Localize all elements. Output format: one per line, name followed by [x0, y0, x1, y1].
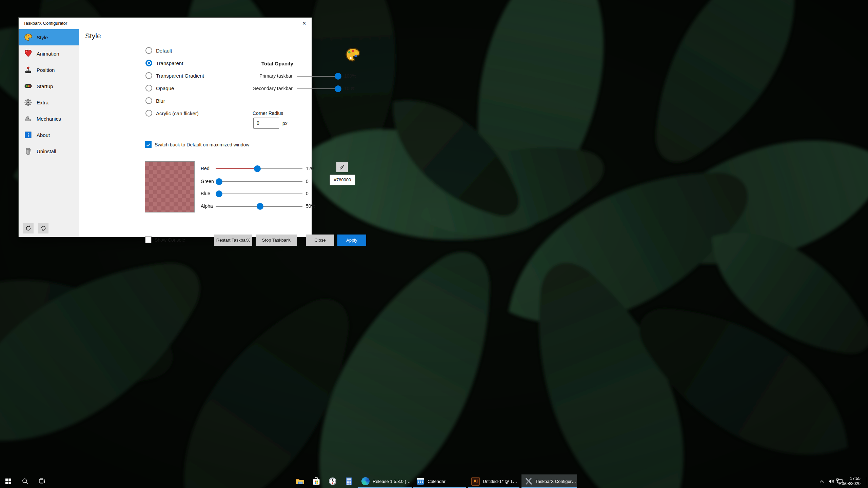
sidebar-item-about[interactable]: About — [19, 127, 79, 143]
start-button[interactable] — [1, 474, 16, 488]
heart-icon — [24, 49, 32, 58]
sidebar-item-startup[interactable]: Startup — [19, 78, 79, 94]
taskbar-app-label: Calendar — [428, 479, 446, 484]
green-slider[interactable] — [216, 181, 302, 182]
checkbox-label: Switch back to Default on maximized wind… — [155, 142, 249, 147]
window-titlebar[interactable]: TaskbarX Configurator ✕ — [19, 18, 312, 29]
opacity-slider-primary[interactable] — [297, 76, 340, 77]
checkbox-checked[interactable] — [145, 141, 152, 148]
joystick-icon — [24, 66, 32, 74]
slider-thumb[interactable] — [216, 178, 222, 185]
search-icon — [22, 478, 28, 484]
task-view-icon — [39, 478, 45, 484]
slider-thumb[interactable] — [216, 190, 222, 197]
refresh-button[interactable] — [38, 223, 48, 233]
calculator-icon — [346, 477, 352, 485]
speaker-icon — [828, 479, 834, 484]
sidebar-item-animation[interactable]: Animation — [19, 45, 79, 62]
slider-thumb[interactable] — [335, 85, 341, 92]
file-explorer-button[interactable] — [292, 474, 308, 488]
blue-slider[interactable] — [216, 194, 302, 194]
radio-transparent[interactable]: Transparent — [145, 60, 183, 66]
sidebar-item-uninstall[interactable]: Uninstall — [19, 143, 79, 159]
checkbox-unchecked[interactable] — [145, 237, 152, 243]
radio-circle[interactable] — [145, 110, 152, 117]
radio-label: Acrylic (can flicker) — [156, 110, 199, 116]
microsoft-store-button[interactable] — [308, 474, 324, 488]
microsoft-store-icon — [313, 477, 320, 485]
clock-tray[interactable]: 17:55 23/08/2020 — [837, 474, 861, 488]
taskbar-app-edge-release[interactable]: Release 1.5.8.0 (Pre... — [358, 474, 412, 488]
opacity-slider-secondary[interactable] — [297, 88, 340, 89]
checkmark-icon — [146, 143, 151, 147]
window-close-button[interactable]: ✕ — [297, 18, 312, 29]
tray-chevron-button[interactable] — [817, 474, 827, 488]
sidebar-item-style[interactable]: Style — [19, 29, 79, 45]
info-icon — [24, 131, 32, 139]
close-button[interactable]: Close — [306, 235, 334, 246]
hex-color-input[interactable]: #780000 — [330, 175, 355, 185]
blue-slider-row: Blue 0 — [79, 190, 316, 198]
corner-radius-label: Corner Radius — [253, 110, 283, 116]
red-slider[interactable] — [216, 168, 302, 169]
alpha-slider-row: Alpha 50% — [79, 203, 316, 210]
switch-default-maximized-row[interactable]: Switch back to Default on maximized wind… — [145, 141, 249, 148]
stop-taskbarx-button[interactable]: Stop TaskbarX — [256, 235, 297, 246]
slider-value: 0 — [306, 179, 309, 184]
calculator-button[interactable] — [341, 474, 357, 488]
tray-date: 23/08/2020 — [837, 481, 861, 486]
green-slider-row: Green 0 — [79, 178, 316, 185]
sidebar-item-mechanics[interactable]: Mechanics — [19, 110, 79, 127]
sidebar-item-label: About — [37, 132, 50, 138]
task-view-button[interactable] — [35, 474, 50, 488]
slider-label: Red — [201, 166, 210, 171]
restart-taskbarx-button[interactable]: Restart TaskbarX — [214, 235, 252, 246]
slider-thumb[interactable] — [254, 165, 261, 172]
slider-value: 0 — [306, 191, 309, 196]
sidebar-item-label: Animation — [37, 51, 59, 57]
sidebar-item-position[interactable]: Position — [19, 62, 79, 78]
slider-label: Blue — [201, 191, 210, 196]
apply-button[interactable]: Apply — [337, 235, 366, 246]
corner-radius-unit: px — [282, 121, 288, 126]
slider-thumb[interactable] — [335, 73, 341, 80]
eyedropper-button[interactable] — [336, 162, 348, 172]
taskbar-app-calendar[interactable]: Calendar — [413, 474, 466, 488]
taskbar-app-illustrator[interactable]: Ai Untitled-1* @ 16,67... — [468, 474, 519, 488]
sidebar-item-label: Extra — [37, 100, 48, 105]
taskbarx-icon — [525, 477, 532, 485]
radio-label: Blur — [156, 98, 165, 104]
trash-icon — [24, 147, 32, 155]
radio-blur[interactable]: Blur — [145, 97, 165, 104]
alarms-clock-button[interactable] — [324, 474, 341, 488]
corner-radius-input[interactable]: 0 — [253, 118, 279, 129]
taskbar-app-label: TaskbarX Configura... — [535, 479, 577, 484]
alpha-slider[interactable] — [216, 206, 302, 207]
radio-circle-selected[interactable] — [145, 60, 152, 66]
radio-default[interactable]: Default — [145, 47, 172, 54]
radio-label: Default — [156, 48, 172, 54]
show-console-row[interactable]: Show Console — [145, 237, 185, 243]
total-opacity-heading: Total Opacity — [221, 61, 333, 66]
radio-acrylic[interactable]: Acrylic (can flicker) — [145, 110, 199, 117]
slider-value: 120 — [306, 166, 314, 171]
taskbar-app-taskbarx[interactable]: TaskbarX Configura... — [521, 474, 577, 488]
red-slider-row: Red 120 — [79, 165, 316, 172]
page-title: Style — [85, 32, 101, 40]
radio-circle[interactable] — [145, 47, 152, 54]
traffic-light-icon — [24, 82, 32, 90]
sidebar-item-label: Style — [37, 35, 48, 40]
taskbarx-configurator-window: TaskbarX Configurator ✕ Style Animation — [18, 17, 312, 237]
slider-thumb[interactable] — [257, 203, 263, 210]
palette-icon — [24, 33, 32, 41]
search-button[interactable] — [18, 474, 33, 488]
slider-label: Primary taskbar — [208, 73, 293, 79]
taskbar-app-label: Release 1.5.8.0 (Pre... — [373, 479, 412, 484]
sidebar-item-extra[interactable]: Extra — [19, 94, 79, 110]
show-desktop-button[interactable] — [866, 477, 866, 485]
edge-icon — [361, 477, 370, 485]
reset-button[interactable] — [23, 223, 34, 233]
gear-icon — [24, 98, 32, 106]
radio-circle[interactable] — [145, 97, 152, 104]
file-explorer-icon — [296, 478, 304, 485]
